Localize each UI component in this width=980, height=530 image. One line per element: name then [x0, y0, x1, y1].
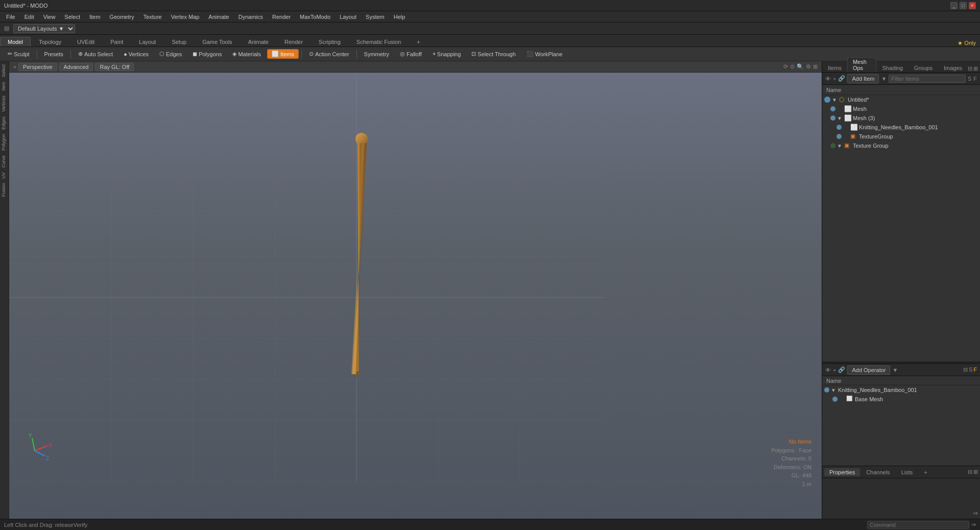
command-input[interactable] — [867, 521, 969, 529]
right-tab-shading[interactable]: Shading — [876, 63, 908, 72]
maximize-button[interactable]: □ — [960, 2, 967, 9]
ray-gl-button[interactable]: Ray GL: Off — [95, 63, 134, 71]
right-tab-mesh-ops[interactable]: Mesh Ops — [847, 57, 877, 72]
tree-item-texture-group[interactable]: ▼ ▣ Texture Group — [828, 141, 980, 150]
ops-add-icon[interactable]: + — [833, 367, 836, 373]
sidebar-tab-fusion[interactable]: Fusion — [1, 181, 9, 199]
bottom-expand-icon[interactable]: ⊟ — [968, 469, 972, 475]
menu-vertex-map[interactable]: Vertex Map — [167, 13, 204, 21]
menu-file[interactable]: File — [2, 13, 19, 21]
falloff-button[interactable]: ◎ Falloff — [395, 49, 426, 59]
menu-texture[interactable]: Texture — [139, 13, 166, 21]
select-through-button[interactable]: ⊡ Select Through — [467, 49, 520, 59]
sidebar-tab-select[interactable]: Select — [1, 62, 9, 79]
vp-settings-icon[interactable]: ⚙ — [806, 63, 811, 70]
menu-item[interactable]: Item — [85, 13, 104, 21]
right-tab-groups[interactable]: Groups — [909, 63, 938, 72]
tree-item-texgroup[interactable]: ▣ TextureGroup — [834, 132, 980, 141]
sculpt-button[interactable]: ✏ Sculpt — [3, 49, 34, 59]
bottom-collapse-icon[interactable]: ⊞ — [973, 469, 978, 475]
vp-icon-3[interactable]: 🔍 — [797, 63, 804, 70]
vp-icon-5[interactable]: ⊞ — [813, 63, 818, 70]
tab-setup[interactable]: Setup — [164, 37, 194, 47]
bottom-tab-channels[interactable]: Channels — [861, 468, 895, 476]
sidebar-tab-polygon[interactable]: Polygon — [1, 132, 9, 153]
edges-button[interactable]: ⬡ Edges — [155, 49, 186, 59]
ops-eye-icon[interactable]: 👁 — [825, 367, 831, 373]
workplane-button[interactable]: ⬛ WorkPlane — [522, 49, 567, 59]
auto-select-button[interactable]: ⊕ Auto Select — [74, 49, 117, 59]
right-collapse-icon[interactable]: ⊞ — [973, 65, 978, 72]
menu-maxtomodo[interactable]: MaxToModo — [296, 13, 334, 21]
menu-edit[interactable]: Edit — [20, 13, 38, 21]
tree-item-mesh-2[interactable]: ▼ ⬜ Mesh (3) — [828, 113, 980, 123]
tab-layout[interactable]: Layout — [131, 37, 163, 47]
polygons-button[interactable]: ◼ Polygons — [188, 49, 226, 59]
sidebar-tab-vertices[interactable]: Vertices — [1, 94, 9, 114]
presets-button[interactable]: Presets — [40, 50, 68, 59]
perspective-button[interactable]: Perspective — [18, 63, 57, 71]
items-add-icon[interactable]: + — [833, 76, 836, 82]
menu-animate[interactable]: Animate — [204, 13, 233, 21]
ops-icon-1[interactable]: ⊟ — [963, 366, 968, 373]
tab-topology[interactable]: Topology — [31, 37, 69, 47]
add-operator-button[interactable]: Add Operator — [847, 365, 890, 375]
sidebar-tab-curve[interactable]: Curve — [1, 153, 9, 170]
tab-model[interactable]: Model — [0, 37, 31, 47]
ops-icon-2[interactable]: S — [969, 366, 972, 373]
layout-select[interactable]: Default Layouts ▼ — [13, 24, 75, 33]
menu-help[interactable]: Help — [390, 13, 410, 21]
items-button[interactable]: ⬜ Items — [267, 49, 299, 59]
right-expand-icon[interactable]: ⊟ — [968, 65, 972, 72]
ops-item-knitting[interactable]: ▼ Knitting_Needles_Bamboo_001 — [822, 385, 980, 395]
menu-render[interactable]: Render — [268, 13, 295, 21]
tree-item-knitting[interactable]: ⬜ Knitting_Needles_Bamboo_001 — [834, 123, 980, 132]
tree-item-mesh-1[interactable]: ⬜ Mesh — [828, 104, 980, 113]
menu-layout[interactable]: Layout — [336, 13, 361, 21]
ops-item-base-mesh[interactable]: ⬜ Base Mesh — [822, 395, 980, 404]
statusbar-arrow[interactable]: ⇒ — [971, 521, 976, 528]
tab-uvedit[interactable]: UVEdit — [69, 37, 102, 47]
sidebar-tab-item[interactable]: Item — [1, 80, 9, 93]
right-tab-images[interactable]: Images — [938, 63, 968, 72]
vertices-button[interactable]: ● Vertices — [119, 50, 153, 59]
bottom-tab-properties[interactable]: Properties — [824, 468, 860, 476]
ops-link-icon[interactable]: 🔗 — [838, 366, 845, 373]
minimize-button[interactable]: _ — [950, 2, 958, 9]
right-tab-items[interactable]: Items — [822, 63, 847, 72]
sidebar-tab-edges[interactable]: Edges — [1, 114, 9, 132]
tab-game-tools[interactable]: Game Tools — [195, 37, 240, 47]
materials-button[interactable]: ◈ Materials — [228, 49, 266, 59]
vp-icon-1[interactable]: ⟳ — [783, 63, 788, 70]
action-center-button[interactable]: ⊙ Action Center — [304, 49, 354, 59]
tab-schematic[interactable]: Schematic Fusion — [349, 37, 409, 47]
items-eye-icon[interactable]: 👁 — [825, 76, 831, 82]
vp-icon-2[interactable]: ⊙ — [790, 63, 795, 70]
menu-select[interactable]: Select — [60, 13, 84, 21]
snapping-button[interactable]: ⌖ Snapping — [428, 49, 466, 59]
viewport[interactable]: ● Perspective Advanced Ray GL: Off ⟳ ⊙ 🔍… — [9, 61, 822, 519]
tab-animate[interactable]: Animate — [241, 37, 276, 47]
tab-scripting[interactable]: Scripting — [311, 37, 348, 47]
props-arrow[interactable]: ⇒ — [973, 510, 978, 517]
menu-dynamics[interactable]: Dynamics — [234, 13, 267, 21]
bottom-tab-add[interactable]: + — [919, 468, 932, 476]
items-link-icon[interactable]: 🔗 — [838, 75, 845, 82]
menu-geometry[interactable]: Geometry — [105, 13, 138, 21]
close-button[interactable]: ✕ — [969, 2, 976, 9]
sidebar-tab-uv[interactable]: UV — [1, 170, 9, 181]
symmetry-button[interactable]: Symmetry — [360, 50, 394, 59]
viewport-canvas[interactable]: X Y Z No Items Polygons : Face Channels:… — [9, 73, 822, 519]
add-item-button[interactable]: Add Item — [847, 74, 879, 83]
tab-paint[interactable]: Paint — [103, 37, 131, 47]
tab-render[interactable]: Render — [277, 37, 310, 47]
advanced-button[interactable]: Advanced — [59, 63, 93, 71]
ops-right-icons: ⊟ S F — [963, 366, 977, 373]
filter-items-input[interactable] — [889, 75, 966, 83]
bottom-tab-lists[interactable]: Lists — [896, 468, 918, 476]
tree-item-untitled[interactable]: ▼ ⬡ Untitled* — [822, 95, 980, 104]
menu-system[interactable]: System — [362, 13, 389, 21]
ops-icon-3[interactable]: F — [973, 366, 977, 373]
tab-add[interactable]: + — [409, 37, 427, 47]
menu-view[interactable]: View — [39, 13, 60, 21]
